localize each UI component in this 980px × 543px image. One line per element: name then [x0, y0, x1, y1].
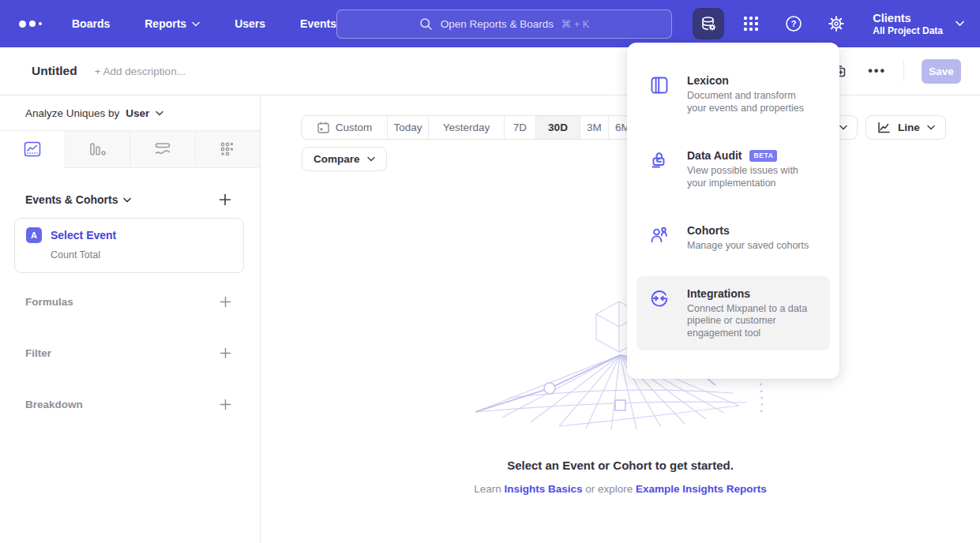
plus-icon [220, 399, 231, 410]
formulas-label: Formulas [25, 296, 73, 308]
apps-grid-button[interactable] [735, 8, 767, 39]
mixpanel-logo-icon[interactable] [19, 21, 42, 28]
data-audit-title: Data Audit [687, 149, 742, 162]
integrations-title: Integrations [687, 287, 750, 300]
svg-text:?: ? [791, 19, 797, 28]
lexicon-icon [649, 74, 671, 114]
chart-type-tabs [0, 131, 260, 168]
date-yesterday-button[interactable]: Yesterday [428, 116, 504, 139]
formulas-row: Formulas [0, 296, 260, 308]
chevron-down-icon [367, 156, 375, 162]
header-divider [903, 61, 904, 81]
search-icon [419, 17, 433, 31]
filter-row: Filter [0, 347, 260, 359]
menu-item-lexicon[interactable]: Lexicon Document and transform your even… [636, 63, 830, 125]
nav-boards[interactable]: Boards [72, 17, 110, 30]
data-management-button[interactable] [693, 8, 724, 39]
query-sidebar: Analyze Uniques by User [0, 95, 261, 543]
data-audit-icon [649, 149, 671, 189]
add-description-field[interactable]: + Add description... [95, 66, 186, 77]
compare-button[interactable]: Compare [302, 147, 387, 171]
empty-state-links: Learn Insights Basics or explore Example… [261, 483, 980, 495]
data-management-menu: Lexicon Document and transform your even… [627, 43, 839, 379]
tab-bar-chart[interactable] [65, 131, 130, 168]
menu-item-data-audit[interactable]: Data Audit BETA View possible issues wit… [636, 138, 830, 200]
nav-reports-label: Reports [145, 17, 186, 30]
database-gear-icon [699, 14, 718, 33]
insights-basics-link[interactable]: Insights Basics [504, 483, 582, 495]
date-3m-button[interactable]: 3M [580, 116, 608, 139]
filter-label: Filter [25, 347, 51, 359]
help-icon: ? [785, 15, 802, 32]
empty-state-title: Select an Event or Cohort to get started… [261, 459, 980, 472]
tab-line-chart[interactable] [0, 131, 65, 168]
event-card[interactable]: A Select Event Count Total [14, 218, 244, 273]
line-chart-mini-icon [877, 121, 891, 134]
workspace-subtitle: All Project Data [873, 25, 943, 37]
tab-metrics[interactable] [195, 131, 261, 168]
report-header-actions: ••• Save [831, 59, 961, 84]
mixpanel-insights-page: Boards Reports Users Events Open Reports… [0, 0, 980, 543]
nav-boards-label: Boards [72, 17, 110, 30]
cohorts-description: Manage your saved cohorts [687, 240, 817, 253]
date-30d-button[interactable]: 30D [535, 116, 580, 139]
chevron-down-icon[interactable] [156, 110, 163, 116]
or-explore-text: or explore [585, 483, 633, 495]
analyze-value-dropdown[interactable]: User [126, 107, 149, 119]
events-cohorts-toggle[interactable]: Events & Cohorts [25, 193, 131, 206]
date-custom-button[interactable]: Custom [302, 116, 387, 139]
date-7d-button[interactable]: 7D [504, 116, 535, 139]
events-cohorts-header: Events & Cohorts [0, 193, 260, 206]
plus-icon [220, 347, 231, 359]
more-options-button[interactable]: ••• [868, 64, 886, 78]
nav-users[interactable]: Users [235, 17, 265, 30]
nav-events[interactable]: Events [300, 17, 336, 30]
report-title[interactable]: Untitled [32, 64, 77, 78]
example-insights-reports-link[interactable]: Example Insights Reports [636, 483, 767, 495]
date-custom-label: Custom [336, 122, 373, 133]
global-search-input[interactable]: Open Reports & Boards ⌘ + K [336, 9, 672, 39]
workspace-title: Clients [873, 11, 943, 25]
beta-badge: BETA [749, 150, 777, 162]
add-formula-button[interactable] [220, 296, 231, 308]
date-yesterday-label: Yesterday [443, 122, 490, 133]
top-nav: Boards Reports Users Events Open Reports… [0, 0, 980, 47]
settings-button[interactable] [820, 8, 852, 39]
lexicon-title: Lexicon [687, 74, 729, 87]
nav-right-cluster: ? Clients All Project Data [693, 8, 964, 39]
add-event-button[interactable] [219, 193, 231, 206]
chevron-down-icon [956, 21, 964, 27]
chart-type-label: Line [898, 122, 920, 133]
add-breakdown-button[interactable] [220, 399, 231, 410]
save-button[interactable]: Save [922, 59, 961, 84]
plus-icon [220, 296, 231, 308]
chart-type-dropdown[interactable]: Line [865, 115, 946, 140]
chevron-down-icon [839, 125, 847, 130]
workspace-switcher[interactable]: Clients All Project Data [873, 11, 964, 37]
date-today-label: Today [393, 122, 422, 133]
select-event-button[interactable]: Select Event [51, 229, 116, 242]
menu-item-cohorts[interactable]: Cohorts Manage your saved cohorts [636, 213, 830, 264]
events-cohorts-label: Events & Cohorts [25, 193, 118, 206]
date-30d-label: 30D [548, 122, 568, 133]
analyze-by-row: Analyze Uniques by User [0, 95, 260, 131]
menu-item-integrations[interactable]: Integrations Connect Mixpanel to a data … [636, 276, 830, 351]
tab-flow-chart[interactable] [130, 131, 195, 168]
gear-icon [828, 15, 845, 32]
line-chart-icon [24, 141, 41, 157]
date-7d-label: 7D [513, 122, 527, 133]
date-today-button[interactable]: Today [387, 116, 428, 139]
learn-prefix: Learn [474, 483, 501, 495]
search-shortcut: ⌘ + K [561, 18, 589, 30]
metrics-icon [219, 141, 236, 157]
add-filter-button[interactable] [220, 347, 231, 359]
event-aggregation-dropdown[interactable]: Count Total [51, 249, 232, 260]
bar-chart-icon [88, 141, 106, 157]
calendar-icon [317, 121, 330, 134]
lexicon-description: Document and transform your events and p… [687, 90, 817, 114]
cohorts-title: Cohorts [687, 224, 730, 237]
nav-reports[interactable]: Reports [145, 17, 200, 30]
integrations-description: Connect Mixpanel to a data pipeline or c… [687, 303, 817, 340]
chevron-down-icon [192, 21, 200, 27]
help-button[interactable]: ? [778, 8, 809, 39]
